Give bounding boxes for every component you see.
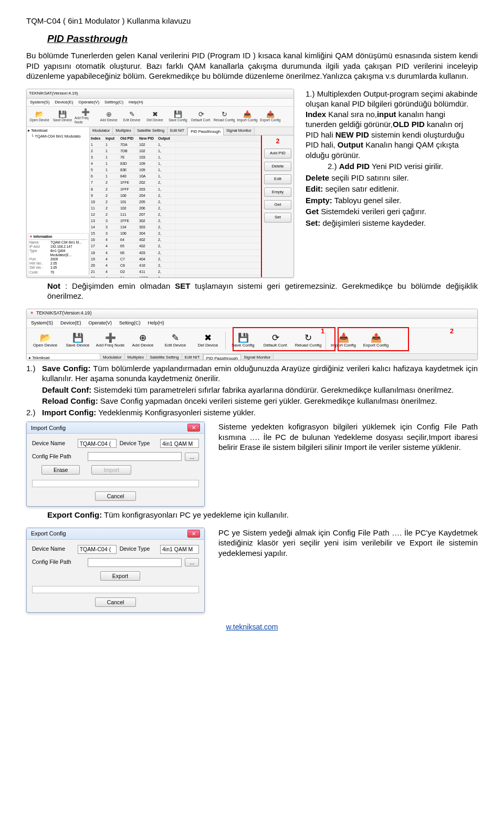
save-device-button[interactable]: 💾Save Device <box>61 330 94 352</box>
device-name-field[interactable] <box>78 439 117 448</box>
import-config-button[interactable]: 📥Import Config <box>236 108 258 125</box>
del-device-button[interactable]: ✖Del Device <box>192 330 224 352</box>
menu-item[interactable]: Setting(C) <box>104 100 123 105</box>
empty-button[interactable]: Empty <box>264 187 291 197</box>
save-config-button[interactable]: 💾Save Config <box>167 108 189 125</box>
save-device-button[interactable]: 💾Save Device <box>51 108 74 125</box>
table-row[interactable]: 1531003042, <box>90 230 261 237</box>
import-button[interactable]: Import <box>91 465 131 475</box>
tab-pid-passthrough[interactable]: PID Passthrough <box>187 128 224 135</box>
table-row[interactable]: 1846E4032, <box>90 250 261 256</box>
table-row[interactable]: 1431343032, <box>90 224 261 230</box>
toolbar-label: Save Config <box>232 343 255 348</box>
table-row[interactable]: 4183D1091, <box>90 161 261 167</box>
table-row[interactable]: 317E1031, <box>90 154 261 161</box>
export-button[interactable]: Export <box>100 571 140 581</box>
table-row[interactable]: 721FFE2022, <box>90 180 261 186</box>
table-row[interactable]: 1331FFE3022, <box>90 218 261 224</box>
cancel-button[interactable]: Cancel <box>95 597 136 607</box>
toolbar-label: Edit Device <box>165 343 186 348</box>
close-icon[interactable]: ✕ <box>187 424 200 432</box>
delete-button[interactable]: Delete <box>264 162 291 171</box>
export-config-button[interactable]: 📤Export Config <box>259 108 281 125</box>
device-type-field[interactable] <box>160 545 199 554</box>
table-row[interactable]: 6184010A1, <box>90 173 261 180</box>
table-row[interactable]: 224241FFE2, <box>90 275 261 278</box>
progress-bar <box>32 480 199 487</box>
tab-multiplex[interactable]: Multiplex <box>125 354 148 360</box>
menu-item[interactable]: Setting(C) <box>119 320 141 327</box>
table-row[interactable]: 921002042, <box>90 193 261 199</box>
export-config-button[interactable]: 📤Export Config <box>360 330 392 352</box>
table-row[interactable]: 164644022, <box>90 237 261 243</box>
menu-item[interactable]: Operate(V) <box>89 320 112 327</box>
import-config-button[interactable]: 📥Import Config <box>327 330 360 352</box>
toolbar-icon: 💾 <box>174 111 182 118</box>
add-device-button[interactable]: ⊕Add Device <box>127 330 159 352</box>
del-device-button[interactable]: ✖Del Device <box>144 108 166 125</box>
tab-signal-monitor[interactable]: Signal Monitor <box>241 354 274 360</box>
table-row[interactable]: 117DA1021, <box>90 142 261 148</box>
menu-item[interactable]: Device(E) <box>55 100 73 105</box>
table-row[interactable]: 1021012052, <box>90 199 261 205</box>
table-row[interactable]: 217DB1021, <box>90 148 261 154</box>
table-row[interactable]: 204C84102, <box>90 262 261 269</box>
close-icon[interactable]: ✕ <box>187 530 200 538</box>
tab-edit-nit[interactable]: Edit NIT <box>167 127 187 135</box>
tab-satellite-setting[interactable]: Satellite Setting <box>147 354 182 360</box>
config-path-field[interactable] <box>88 452 182 461</box>
default-conf-button[interactable]: ⟳Default Conf. <box>259 330 292 352</box>
config-path-field[interactable] <box>88 558 182 567</box>
pid-table[interactable]: IndexInputOld PIDNew PIDOutput117DA1021,… <box>90 135 261 278</box>
add-freq-button[interactable]: ➕Add Freq Node <box>94 330 127 352</box>
toolbar-icon: 📂 <box>35 111 44 118</box>
table-row[interactable]: 821FFF2031, <box>90 186 261 193</box>
table-row[interactable]: 194C74042, <box>90 256 261 262</box>
device-name-field[interactable] <box>78 545 117 554</box>
menu-item[interactable]: Operate(V) <box>78 100 99 105</box>
table-row[interactable]: 174654022, <box>90 243 261 249</box>
tab-modulator[interactable]: Modulator <box>100 354 125 360</box>
edit-device-button[interactable]: ✎Edit Device <box>121 108 143 125</box>
cancel-button[interactable]: Cancel <box>95 491 136 501</box>
tab-multiplex[interactable]: Multiplex <box>113 127 134 135</box>
menu-item[interactable]: Help(H) <box>129 100 143 105</box>
add-freq-button[interactable]: ➕Add Freq Node <box>75 108 97 125</box>
table-row[interactable]: 5183E1091, <box>90 167 261 173</box>
table-row[interactable]: 1221112072, <box>90 212 261 218</box>
tab-pid-passthrough[interactable]: PID Passthrough <box>203 354 241 360</box>
open-device-button[interactable]: 📂Open Device <box>29 330 61 352</box>
browse-button[interactable]: ... <box>185 558 199 566</box>
tab-edit-nit[interactable]: Edit NIT <box>182 354 203 360</box>
edit-device-button[interactable]: ✎Edit Device <box>159 330 192 352</box>
table-row[interactable]: 1121022062, <box>90 205 261 212</box>
edit-button[interactable]: Edit <box>264 174 291 184</box>
reload-config-button[interactable]: ↻Reload Config <box>213 108 235 125</box>
tab-signal-monitor[interactable]: Signal Monitor <box>224 127 255 135</box>
tab-strip: ModulatorMultiplexSatellite SettingEdit … <box>90 127 293 135</box>
footer-link[interactable]: w.tekniksat.com <box>26 622 478 632</box>
add-device-button[interactable]: ⊕Add Device <box>98 108 120 125</box>
tab-satellite-setting[interactable]: Satellite Setting <box>134 127 167 135</box>
default-conf-button[interactable]: ⟳Default Conf. <box>190 108 212 125</box>
erase-button[interactable]: Erase <box>41 465 80 475</box>
browse-button[interactable]: ... <box>185 453 199 461</box>
menu-item[interactable]: Help(H) <box>148 320 164 327</box>
reload-config-button[interactable]: ↻Reload Config <box>292 330 324 352</box>
toolbar-icon: ⟳ <box>272 333 279 342</box>
tab-modulator[interactable]: Modulator <box>90 127 113 135</box>
device-type-field[interactable] <box>160 439 199 448</box>
tree-child[interactable]: TQAM-C04 6in1 Modulato <box>35 134 81 139</box>
table-row[interactable]: 214D24112, <box>90 269 261 275</box>
add-pid-button[interactable]: Add PID <box>264 149 291 158</box>
get-button[interactable]: Get <box>264 200 291 209</box>
device-tree[interactable]: ▸ Tekniksat └ TQAM-C04 6in1 Modulato <box>27 354 100 360</box>
save-config-button[interactable]: 💾Save Config <box>227 330 259 352</box>
menu-item[interactable]: Device(E) <box>60 320 81 327</box>
set-button[interactable]: Set <box>264 213 291 222</box>
open-device-button[interactable]: 📂Open Device <box>28 108 50 125</box>
menu-item[interactable]: System(S) <box>30 100 49 105</box>
menu-item[interactable]: System(S) <box>31 320 53 327</box>
toolbar-icon: 📥 <box>243 111 251 118</box>
toolbar-label: Del Device <box>146 118 163 122</box>
